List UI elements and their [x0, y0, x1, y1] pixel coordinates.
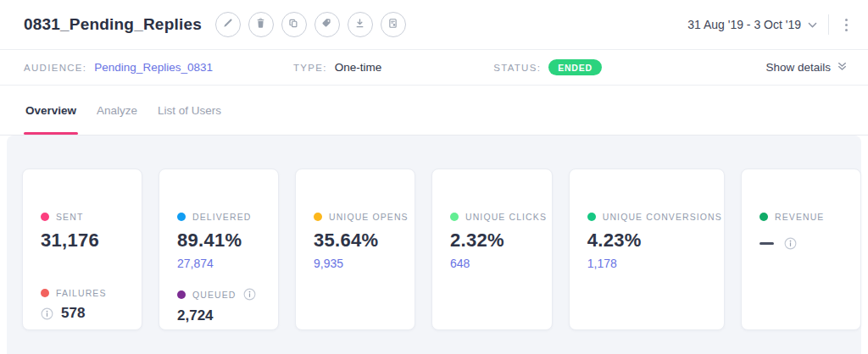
more-options-button[interactable] [840, 15, 853, 35]
audience-field: AUDIENCE: Pending_Replies_0831 [24, 61, 213, 74]
metric-dot-icon [41, 213, 49, 221]
show-details-button[interactable]: Show details [765, 61, 848, 75]
show-details-label: Show details [765, 61, 831, 74]
header-right: 31 Aug '19 - 3 Oct '19 [687, 14, 853, 35]
stat-card: SENT31,176FAILURES578 [22, 169, 142, 330]
metric-label: UNIQUE CLICKS [465, 212, 547, 222]
metric-dot-icon [314, 213, 322, 221]
metric: SENT31,176 [41, 212, 129, 288]
metric-value-row [760, 237, 848, 250]
metric-label: REVENUE [775, 212, 824, 222]
metric-value: 2,724 [177, 307, 214, 324]
metric-dot-icon [450, 213, 459, 221]
audience-label: AUDIENCE: [24, 63, 86, 73]
metric-label-row: UNIQUE CONVERSIONS [587, 212, 711, 222]
metric-value: 4.23% [587, 230, 711, 252]
metric-dot-icon [760, 213, 768, 221]
metric-value: 578 [61, 305, 85, 322]
metric-label: QUEUED [192, 290, 236, 300]
info-icon[interactable] [243, 288, 256, 301]
metric-dot-icon [177, 290, 186, 299]
stat-card: UNIQUE CLICKS2.32%648 [431, 169, 553, 330]
copy-icon [287, 17, 300, 32]
metric-sub-value-link[interactable]: 9,935 [314, 257, 402, 270]
metric-label-row: DELIVERED [177, 212, 265, 222]
date-range-picker[interactable]: 31 Aug '19 - 3 Oct '19 [687, 18, 817, 31]
tab-overview[interactable]: Overview [24, 86, 78, 135]
stat-card: UNIQUE CONVERSIONS4.23%1,178 [569, 169, 725, 330]
metric-label-row: REVENUE [760, 212, 848, 222]
metric-label-row: FAILURES [41, 288, 129, 298]
metric-label-row: SENT [41, 212, 129, 222]
overview-stats-panel: SENT31,176FAILURES578DELIVERED89.41%27,8… [7, 136, 861, 354]
metric-dot-icon [177, 213, 186, 221]
tag-icon [320, 17, 333, 32]
campaign-actions [215, 12, 406, 37]
metric-label-row: QUEUED [177, 288, 265, 301]
metric-value: 31,176 [41, 230, 129, 252]
metric-label: FAILURES [56, 288, 107, 298]
stat-card: DELIVERED89.41%27,874QUEUED2,724 [159, 169, 279, 330]
metric: FAILURES578 [41, 288, 129, 322]
type-value: One-time [335, 61, 382, 74]
campaign-header: 0831_Pending_Replies 31 Aug '19 - 3 Oct … [0, 0, 868, 50]
metric-dot-icon [587, 213, 596, 221]
metric-sub-value-link[interactable]: 648 [450, 257, 539, 270]
status-badge: ENDED [548, 59, 602, 75]
metric-value: 89.41% [177, 230, 265, 252]
download-icon [353, 17, 366, 32]
pencil-icon [221, 17, 234, 32]
metric-value-row: 2,724 [177, 307, 265, 324]
header-divider [828, 14, 829, 35]
tab-analyze[interactable]: Analyze [95, 86, 139, 135]
metric-value: 35.64% [314, 230, 402, 252]
campaign-meta-bar: AUDIENCE: Pending_Replies_0831 TYPE: One… [0, 50, 868, 86]
download-button[interactable] [348, 12, 373, 37]
report-button[interactable] [381, 12, 406, 37]
campaign-title: 0831_Pending_Replies [24, 15, 202, 34]
report-icon [387, 17, 399, 32]
duplicate-button[interactable] [281, 12, 307, 37]
chevron-down-icon [808, 18, 817, 31]
date-range-label: 31 Aug '19 - 3 Oct '19 [687, 18, 801, 31]
info-icon[interactable] [784, 237, 797, 250]
metric-sub-value-link[interactable]: 27,874 [177, 257, 265, 270]
double-chevron-down-icon [837, 61, 848, 75]
metric-label-row: UNIQUE CLICKS [450, 212, 539, 222]
metric: UNIQUE CONVERSIONS4.23%1,178 [587, 212, 711, 270]
tag-button[interactable] [314, 12, 340, 37]
metric: QUEUED2,724 [177, 288, 265, 324]
metric-label: UNIQUE CONVERSIONS [603, 212, 722, 222]
metric: DELIVERED89.41%27,874 [177, 212, 265, 288]
metric: UNIQUE OPENS35.64%9,935 [314, 212, 402, 270]
status-field: STATUS: ENDED [493, 59, 602, 75]
metric: UNIQUE CLICKS2.32%648 [450, 212, 539, 270]
tab-list-of-users[interactable]: List of Users [156, 86, 223, 135]
no-value-dash [760, 242, 774, 245]
metric-value-row: 578 [41, 305, 129, 322]
stat-card: REVENUE [741, 169, 861, 330]
audience-link[interactable]: Pending_Replies_0831 [94, 61, 213, 74]
trash-icon [254, 17, 267, 32]
metric-label: SENT [56, 212, 83, 222]
tab-bar: OverviewAnalyzeList of Users [0, 86, 868, 136]
metric-sub-value-link[interactable]: 1,178 [587, 257, 711, 270]
metric: REVENUE [760, 212, 848, 250]
info-icon[interactable] [41, 307, 53, 320]
metric-label: DELIVERED [192, 212, 251, 222]
metric-dot-icon [41, 289, 49, 297]
type-field: TYPE: One-time [293, 61, 381, 74]
metric-label-row: UNIQUE OPENS [314, 212, 402, 222]
status-label: STATUS: [493, 63, 541, 73]
edit-button[interactable] [215, 12, 241, 37]
stat-card: UNIQUE OPENS35.64%9,935 [295, 169, 415, 330]
metric-value: 2.32% [450, 230, 539, 252]
delete-button[interactable] [248, 12, 274, 37]
type-label: TYPE: [293, 63, 327, 73]
metric-label: UNIQUE OPENS [329, 212, 409, 222]
